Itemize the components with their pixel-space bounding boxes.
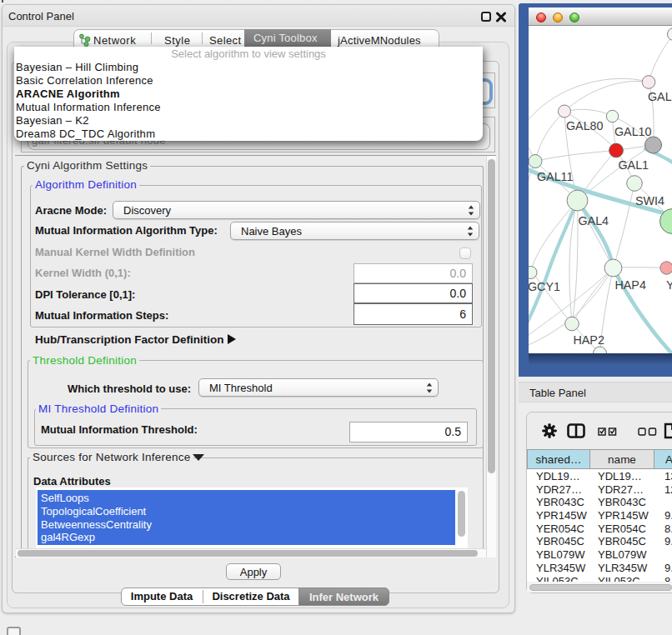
svg-text:GAL1: GAL1 <box>619 158 649 172</box>
svg-text:GCY1: GCY1 <box>529 280 560 293</box>
svg-text:GAL80: GAL80 <box>566 119 604 132</box>
svg-text:GAL11: GAL11 <box>537 170 573 183</box>
svg-text:YM: YM <box>666 278 672 292</box>
svg-text:SWI4: SWI4 <box>635 194 664 208</box>
svg-text:GAL7: GAL7 <box>648 90 672 103</box>
svg-text:HAP4: HAP4 <box>615 278 646 292</box>
svg-text:HAP2: HAP2 <box>574 333 604 347</box>
svg-text:GAL4: GAL4 <box>579 214 609 228</box>
svg-text:GAL10: GAL10 <box>614 125 652 138</box>
